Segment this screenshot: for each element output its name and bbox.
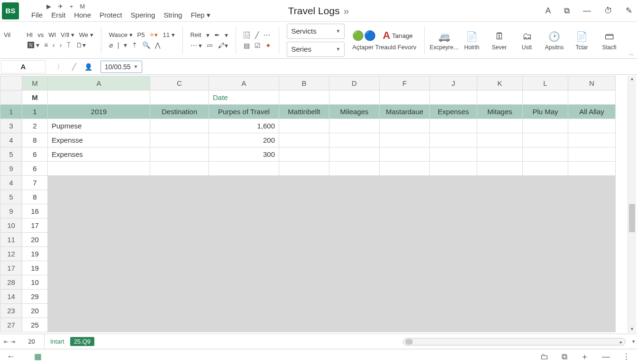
ribbon-action-holrth[interactable]: 📄Holrth xyxy=(460,30,484,51)
back-icon[interactable]: ← xyxy=(7,352,15,362)
qa-send-icon[interactable]: ✈ xyxy=(58,3,63,10)
cell[interactable] xyxy=(150,119,209,133)
ribbon-action-tctar[interactable]: 📄Tctar xyxy=(570,30,594,51)
cell[interactable] xyxy=(523,204,568,218)
cell[interactable]: 4 xyxy=(0,133,22,147)
fb-fx-icon[interactable]: 👤 xyxy=(84,63,92,71)
ribbon-action-sever[interactable]: 🗓Sever xyxy=(487,30,512,51)
cell[interactable] xyxy=(523,304,568,318)
spreadsheet-grid[interactable]: MACABDFJKLNMDate112019DestinationPurpes … xyxy=(0,76,627,333)
rb-shape-icon[interactable]: ⿶ xyxy=(244,31,250,39)
cell[interactable] xyxy=(430,304,477,318)
cell[interactable] xyxy=(279,318,329,332)
cell[interactable] xyxy=(380,233,430,247)
cell[interactable] xyxy=(279,162,329,176)
scroll-up-icon[interactable]: ▴ xyxy=(628,76,636,82)
rb-vil[interactable]: Vil xyxy=(4,31,10,38)
cell[interactable] xyxy=(48,233,150,247)
cell[interactable] xyxy=(430,275,477,290)
cell[interactable] xyxy=(523,91,568,105)
cell[interactable] xyxy=(329,261,380,275)
cell[interactable] xyxy=(150,218,209,233)
menu-protect[interactable]: Protect xyxy=(100,11,122,19)
font-a-icon[interactable]: A xyxy=(546,6,551,16)
cell[interactable] xyxy=(329,190,380,204)
cell[interactable] xyxy=(477,261,523,275)
cell[interactable]: Expenses xyxy=(430,105,477,119)
cell[interactable] xyxy=(209,233,279,247)
cell[interactable] xyxy=(279,147,329,162)
fb-accept-icon[interactable]: 〉 xyxy=(57,63,64,71)
cell[interactable] xyxy=(568,204,616,218)
menu-hone[interactable]: Hone xyxy=(74,11,91,19)
zoom-in-icon[interactable]: ＋ xyxy=(581,351,589,362)
status-dots-icon[interactable]: 🟢🔵 xyxy=(352,30,376,41)
layout-icon[interactable]: ⧉ xyxy=(564,6,570,16)
cell[interactable] xyxy=(568,318,616,332)
cell[interactable]: 9 xyxy=(0,162,22,176)
cell[interactable] xyxy=(477,304,523,318)
cell[interactable] xyxy=(329,304,380,318)
cell[interactable] xyxy=(380,147,430,162)
sheet-tab-intart[interactable]: Intart xyxy=(45,338,70,345)
rb-up-icon[interactable]: ⇡ xyxy=(132,41,137,49)
cell[interactable] xyxy=(568,304,616,318)
cell[interactable] xyxy=(430,133,477,147)
cell[interactable] xyxy=(477,119,523,133)
cell[interactable] xyxy=(48,176,150,190)
cell[interactable] xyxy=(329,218,380,233)
doc-title-chevron-icon[interactable]: » xyxy=(344,5,349,17)
cell[interactable] xyxy=(477,290,523,304)
cell[interactable] xyxy=(430,190,477,204)
cell[interactable] xyxy=(430,204,477,218)
formula-input[interactable]: 10/00.55 ▼ xyxy=(100,61,142,73)
cell[interactable]: 5 xyxy=(0,147,22,162)
cell[interactable] xyxy=(477,147,523,162)
cell[interactable] xyxy=(430,218,477,233)
rb-check-icon[interactable]: ☑ xyxy=(255,42,261,49)
scroll-thumb[interactable] xyxy=(629,204,635,232)
minimize-icon[interactable]: — xyxy=(583,6,591,16)
cell[interactable]: 9 xyxy=(0,204,22,218)
cell[interactable] xyxy=(279,204,329,218)
cell[interactable] xyxy=(477,218,523,233)
cell[interactable] xyxy=(430,233,477,247)
cell[interactable] xyxy=(209,290,279,304)
rb-search-icon[interactable]: 🔍 xyxy=(142,41,150,49)
text-color-icon[interactable]: A xyxy=(382,29,390,42)
cell[interactable] xyxy=(477,91,523,105)
cell[interactable] xyxy=(279,218,329,233)
cell[interactable] xyxy=(523,176,568,190)
cell[interactable]: 23 xyxy=(0,304,22,318)
ribbon-action-ustt[interactable]: 🗂Ustt xyxy=(515,30,539,51)
cell[interactable] xyxy=(48,91,150,105)
cell[interactable]: 29 xyxy=(22,290,48,304)
cell[interactable]: 8 xyxy=(22,133,48,147)
cell[interactable] xyxy=(150,247,209,261)
cell[interactable]: 16 xyxy=(22,204,48,218)
qa-m-icon[interactable]: M xyxy=(80,3,85,10)
edit-icon[interactable]: ✎ xyxy=(626,6,632,16)
cell[interactable] xyxy=(279,133,329,147)
cell[interactable] xyxy=(477,247,523,261)
column-header[interactable]: B xyxy=(279,76,329,91)
cell[interactable] xyxy=(568,233,616,247)
cell[interactable]: 17 xyxy=(0,261,22,275)
column-header[interactable]: J xyxy=(430,76,477,91)
rb-wasce[interactable]: Wasce ▾ xyxy=(109,31,133,38)
cell[interactable] xyxy=(380,176,430,190)
cell[interactable] xyxy=(477,233,523,247)
cell[interactable] xyxy=(380,261,430,275)
scroll-right-icon[interactable]: ▸ xyxy=(620,339,622,345)
cell[interactable]: Expenses xyxy=(48,147,150,162)
cell[interactable] xyxy=(430,162,477,176)
cell[interactable]: 11 xyxy=(0,233,22,247)
cell[interactable]: 19 xyxy=(22,247,48,261)
cell[interactable] xyxy=(150,204,209,218)
rb-hi[interactable]: HI xyxy=(27,31,33,38)
rb-line-icon[interactable]: ╱ xyxy=(255,31,259,39)
cell[interactable] xyxy=(279,119,329,133)
cell[interactable] xyxy=(568,261,616,275)
cell[interactable] xyxy=(150,133,209,147)
cell[interactable] xyxy=(477,176,523,190)
